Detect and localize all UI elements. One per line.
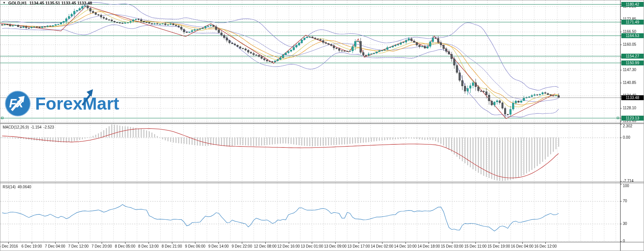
price-level-label: 1180.42: [621, 2, 644, 7]
macd-scale-zero: 0.00: [623, 135, 630, 140]
macd-value-main: -1.154: [31, 125, 41, 129]
chart-titlebar: ▼ GOLD,H1 1134.45 1135.51 1133.45 1133.4…: [3, 1, 92, 5]
time-tick-label: 15 Dec 03:00: [441, 244, 463, 248]
time-tick-label: 14 Dec 02:00: [371, 244, 393, 248]
rsi-scale-label: 100: [623, 184, 629, 188]
price-level-label: 1171.49: [621, 20, 644, 25]
price-tick-label: 1140.85: [623, 81, 636, 85]
chart-title-ohlc: 1134.45 1135.51 1133.45 1133.48: [29, 1, 92, 5]
logo-brand-prefix: Forex: [35, 92, 82, 115]
time-tick-label: 12 Dec 08:00: [254, 244, 277, 248]
time-tick-label: 15 Dec 11:00: [464, 244, 487, 248]
current-price-label: 1133.48: [621, 95, 644, 100]
rsi-label-name: RSI(14): [3, 185, 15, 189]
time-tick-label: 7 Dec 04:00: [45, 244, 65, 248]
forexmart-watermark: Fx ForexMart: [5, 91, 119, 116]
time-tick-label: 6 Dec 2016: [0, 244, 18, 248]
rsi-scale-label: 30: [623, 222, 627, 226]
time-tick-label: 7 Dec 12:00: [68, 244, 88, 248]
logo-m-arrow-icon: [81, 87, 96, 107]
time-tick-label: 6 Dec 19:00: [22, 244, 42, 248]
price-level-label: 1150.99: [621, 60, 644, 65]
time-axis[interactable]: 6 Dec 20166 Dec 19:007 Dec 04:007 Dec 12…: [0, 243, 620, 251]
time-tick-label: 9 Dec 06:00: [185, 244, 205, 248]
logo-arrow-icon: [6, 91, 31, 116]
time-tick-label: 13 Dec 09:00: [324, 244, 347, 248]
symbol-dropdown-icon[interactable]: ▼: [3, 1, 6, 5]
price-axis[interactable]: 1179.251172.851166.501160.051153.751147.…: [621, 0, 644, 242]
time-tick-label: 8 Dec 05:00: [115, 244, 135, 248]
rsi-value: 49.0640: [17, 185, 31, 189]
price-tick-label: 1160.05: [623, 42, 636, 47]
time-tick-label: 15 Dec 19:00: [488, 244, 510, 248]
rsi-scale-label: 0: [623, 239, 625, 243]
logo-brand-m: M: [82, 92, 97, 115]
rsi-scale-label: 70: [623, 199, 627, 203]
rsi-indicator-label: RSI(14) 49.0640: [3, 185, 31, 189]
time-tick-label: 9 Dec 14:00: [208, 244, 229, 248]
logo-brand-text: ForexMart: [35, 92, 119, 115]
forexmart-logo-icon: Fx: [5, 91, 31, 116]
logo-brand-suffix: art: [97, 92, 119, 115]
price-tick-label: 1147.30: [623, 68, 636, 72]
macd-scale-min: -7.714: [623, 179, 633, 183]
macd-label-name: MACD(12,26,9): [3, 125, 29, 129]
time-tick-label: 8 Dec 21:00: [162, 244, 182, 248]
time-tick-label: 8 Dec 13:00: [138, 244, 159, 248]
price-level-label: 1123.13: [621, 116, 644, 121]
trading-chart-window: ▼ GOLD,H1 1134.45 1135.51 1133.45 1133.4…: [0, 0, 644, 251]
macd-value-signal: -2.523: [43, 125, 54, 129]
price-tick-label: 1128.10: [623, 106, 636, 110]
time-tick-label: 16 Dec 12:00: [534, 244, 557, 248]
macd-indicator-label: MACD(12,26,9) -1.154 -2.523: [3, 125, 54, 129]
time-tick-label: 13 Dec 17:00: [347, 244, 370, 248]
time-tick-label: 9 Dec 22:00: [232, 244, 252, 248]
time-tick-label: 16 Dec 04:00: [511, 244, 534, 248]
price-level-label: 1154.27: [621, 54, 644, 59]
chart-title-symbol: GOLD,H1: [8, 1, 27, 5]
time-tick-label: 14 Dec 18:00: [418, 244, 440, 248]
time-tick-label: 12 Dec 16:00: [277, 244, 300, 248]
time-tick-label: 7 Dec 20:00: [91, 244, 112, 248]
price-level-label: 1164.53: [621, 33, 644, 38]
macd-scale-max: 2.302: [623, 124, 632, 129]
time-tick-label: 13 Dec 01:00: [301, 244, 324, 248]
chart-canvas[interactable]: [0, 0, 644, 251]
time-tick-label: 14 Dec 10:00: [394, 244, 417, 248]
